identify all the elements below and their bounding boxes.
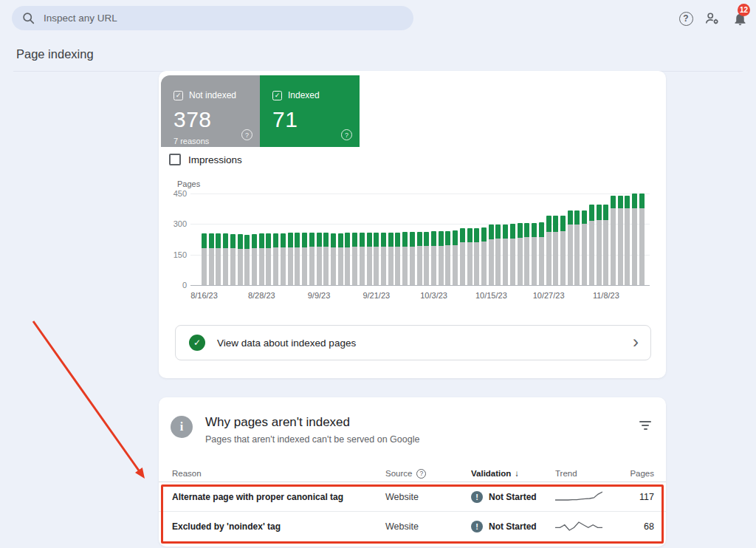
chart-bar[interactable] (417, 232, 422, 285)
help-icon[interactable]: ? (341, 129, 352, 140)
chart-bar[interactable] (238, 234, 243, 285)
chart-bar[interactable] (603, 205, 608, 285)
chart-bar[interactable] (410, 232, 415, 285)
chart-bar[interactable] (453, 230, 458, 285)
url-inspect-search[interactable] (12, 6, 413, 30)
chart-bar[interactable] (467, 228, 472, 285)
chart-bar[interactable] (553, 216, 558, 285)
chart-bar[interactable] (546, 216, 551, 285)
chart-bar[interactable] (381, 233, 386, 285)
col-pages[interactable]: Pages (628, 469, 654, 478)
validation-cell: !Not Started (471, 521, 555, 532)
impressions-toggle[interactable]: Impressions (169, 154, 242, 165)
chart-bar[interactable] (352, 233, 357, 285)
chart-bar[interactable] (360, 233, 365, 285)
chart-bar[interactable] (323, 233, 329, 285)
chart-bar[interactable] (460, 228, 465, 285)
filter-icon[interactable] (638, 421, 653, 433)
chart-bar[interactable] (252, 234, 257, 285)
x-tick-label: 10/15/23 (475, 291, 507, 300)
checkbox-not-indexed[interactable]: ✓ (173, 91, 183, 100)
chart-bar[interactable] (474, 228, 479, 285)
chart-bar[interactable] (244, 235, 250, 285)
impressions-checkbox[interactable] (169, 154, 181, 165)
table-row[interactable]: Alternate page with proper canonical tag… (159, 482, 666, 512)
chart-bar[interactable] (402, 232, 408, 285)
x-tick-label: 9/21/23 (362, 291, 390, 300)
help-icon[interactable]: ? (416, 469, 426, 479)
chart-bar[interactable] (209, 233, 214, 285)
notifications-button[interactable]: 12 (731, 10, 749, 27)
chart-bar[interactable] (503, 225, 508, 285)
validation-cell: !Not Started (471, 491, 555, 503)
chart-bar[interactable] (345, 233, 350, 285)
chart-bar[interactable] (574, 210, 580, 285)
chart-bar[interactable] (367, 233, 372, 285)
chart-bar[interactable] (481, 227, 487, 285)
not-started-icon: ! (471, 491, 483, 503)
chart-bar[interactable] (281, 233, 286, 285)
chart-bar[interactable] (302, 233, 307, 285)
chart-bar[interactable] (524, 223, 529, 285)
chart-bar[interactable] (582, 210, 587, 285)
tab-indexed[interactable]: ✓ Indexed 71 ? (260, 75, 360, 147)
chart-bar[interactable] (309, 233, 315, 285)
chart-bar[interactable] (625, 196, 630, 285)
tab-not-indexed[interactable]: ✓ Not indexed 378 7 reasons ? (161, 75, 260, 147)
chart-bar[interactable] (266, 233, 271, 285)
help-button[interactable]: ? (677, 10, 695, 27)
chart-bar[interactable] (560, 216, 566, 285)
chart-bar[interactable] (273, 233, 278, 285)
help-icon[interactable]: ? (241, 129, 252, 140)
chart-bar[interactable] (589, 205, 594, 285)
impressions-label: Impressions (188, 154, 242, 165)
chart-bar[interactable] (510, 224, 515, 285)
chart-bar[interactable] (338, 233, 343, 285)
chart-bar[interactable] (317, 233, 322, 285)
chart-bar[interactable] (431, 231, 436, 285)
chart-bar[interactable] (202, 233, 207, 285)
chart-bar[interactable] (639, 193, 645, 285)
col-source[interactable]: Source ? (385, 469, 471, 479)
chart-bar[interactable] (395, 233, 400, 285)
chart-bar[interactable] (424, 232, 429, 285)
top-bar: ? 12 (0, 0, 756, 35)
pages-count-cell: 117 (628, 492, 654, 502)
chart-bar[interactable] (374, 233, 379, 285)
chart-bar[interactable] (288, 233, 293, 285)
users-settings-button[interactable] (704, 10, 721, 27)
checkbox-indexed[interactable]: ✓ (272, 91, 282, 100)
chart-bar[interactable] (518, 223, 523, 285)
reasons-subtitle: Pages that aren't indexed can't be serve… (205, 434, 419, 445)
chart-bar[interactable] (439, 231, 444, 285)
chart-bar[interactable] (568, 210, 573, 285)
chart-bar[interactable] (489, 225, 494, 285)
chart-bar[interactable] (445, 231, 450, 285)
gridline (190, 285, 650, 286)
chart-bar[interactable] (259, 233, 264, 285)
search-input[interactable] (44, 13, 368, 24)
source-cell: Website (385, 521, 471, 532)
check-circle-icon: ✓ (189, 335, 205, 351)
chart-bar[interactable] (618, 196, 623, 285)
col-validation[interactable]: Validation ↓ (471, 469, 555, 478)
chart-bar[interactable] (611, 196, 616, 285)
col-trend[interactable]: Trend (555, 469, 628, 478)
chart-bar[interactable] (216, 233, 221, 285)
col-reason[interactable]: Reason (172, 469, 385, 478)
chart-bar[interactable] (532, 223, 537, 285)
chart-bar[interactable] (632, 193, 637, 285)
x-tick-label: 8/28/23 (248, 291, 275, 300)
chart-bar[interactable] (331, 233, 336, 285)
view-indexed-data-link[interactable]: ✓ View data about indexed pages › (175, 325, 651, 360)
pages-count-cell: 68 (628, 521, 654, 532)
table-row[interactable]: Excluded by 'noindex' tagWebsite!Not Sta… (159, 512, 666, 541)
chart-bar[interactable] (539, 222, 544, 285)
chart-bar[interactable] (597, 205, 602, 285)
chart-bar[interactable] (230, 234, 236, 285)
y-tick-label: 300 (167, 219, 187, 228)
chart-bar[interactable] (495, 225, 501, 285)
chart-bar[interactable] (388, 233, 394, 285)
chart-bar[interactable] (295, 233, 300, 285)
chart-bar[interactable] (223, 233, 228, 285)
